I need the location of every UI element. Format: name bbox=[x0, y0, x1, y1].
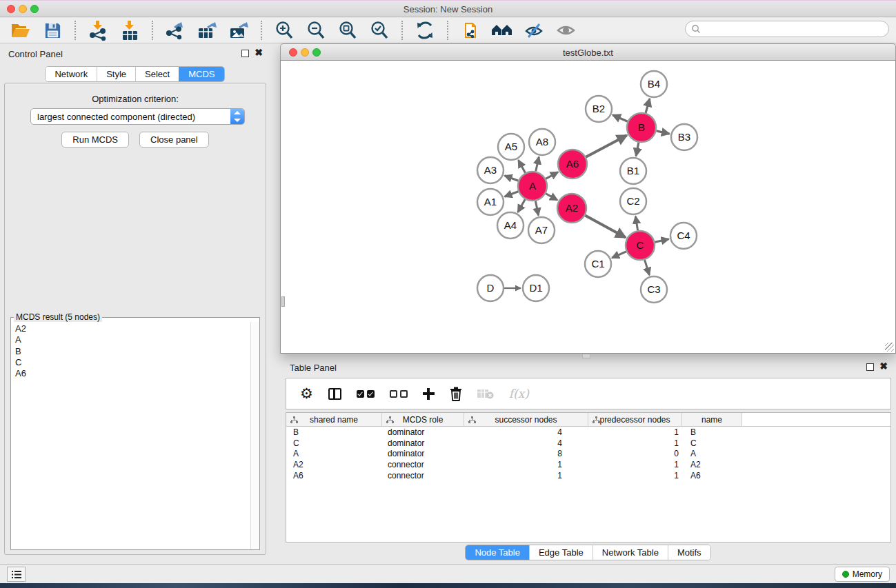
table-row[interactable]: Adominator80A bbox=[286, 448, 890, 459]
search-input[interactable] bbox=[701, 24, 888, 34]
node-A8[interactable]: A8 bbox=[529, 129, 555, 155]
node-B[interactable]: B bbox=[627, 113, 656, 142]
tab-motifs[interactable]: Motifs bbox=[668, 545, 710, 560]
edge-B-B4[interactable] bbox=[646, 99, 650, 113]
network-canvas[interactable]: B4B2BB3A8A5A6A3B1AA1C2A2A4A7C4CC1DD1C3 bbox=[280, 61, 896, 354]
node-A3[interactable]: A3 bbox=[477, 157, 504, 183]
edge-A-A2[interactable] bbox=[546, 194, 557, 200]
tab-style[interactable]: Style bbox=[97, 67, 135, 81]
node-B1[interactable]: B1 bbox=[620, 158, 646, 184]
table-cell: 1 bbox=[588, 438, 682, 449]
add-column-button[interactable] bbox=[423, 385, 435, 403]
window-resize-grip[interactable] bbox=[885, 343, 894, 352]
node-A5[interactable]: A5 bbox=[498, 134, 524, 160]
optimization-criterion-select[interactable]: largest connected component (directed) bbox=[30, 108, 245, 125]
edge-A6-B[interactable] bbox=[586, 135, 626, 156]
edge-C-C3[interactable] bbox=[645, 260, 650, 275]
edge-A-A7[interactable] bbox=[535, 201, 538, 216]
edge-A-A5[interactable] bbox=[519, 160, 526, 172]
run-mcds-button[interactable]: Run MCDS bbox=[61, 132, 129, 148]
node-C[interactable]: C bbox=[626, 231, 655, 260]
export-image-button[interactable] bbox=[226, 19, 251, 41]
column-header-MCDS-role[interactable]: MCDS role bbox=[382, 413, 464, 427]
edge-A-A6[interactable] bbox=[546, 172, 558, 179]
table-settings-button[interactable]: ⚙ bbox=[300, 385, 313, 403]
panel-splitter-handle[interactable] bbox=[582, 354, 590, 358]
tab-network-table[interactable]: Network Table bbox=[593, 545, 668, 560]
node-A6[interactable]: A6 bbox=[558, 150, 587, 179]
edge-B-B2[interactable] bbox=[613, 115, 628, 121]
node-C1[interactable]: C1 bbox=[585, 251, 611, 277]
node-D1[interactable]: D1 bbox=[523, 275, 549, 301]
edge-A2-C[interactable] bbox=[585, 216, 626, 238]
zoom-fit-button[interactable] bbox=[335, 19, 360, 41]
export-table-button[interactable] bbox=[195, 19, 219, 41]
tab-edge-table[interactable]: Edge Table bbox=[529, 545, 593, 560]
network-window-title: testGlobe.txt bbox=[281, 48, 895, 58]
select-all-button[interactable] bbox=[357, 385, 375, 403]
column-header-successor-nodes[interactable]: successor nodes bbox=[464, 413, 588, 427]
node-C4[interactable]: C4 bbox=[670, 223, 697, 249]
table-row[interactable]: Bdominator41B bbox=[286, 427, 890, 438]
edge-A-A1[interactable] bbox=[505, 192, 519, 196]
close-panel-button[interactable]: Close panel bbox=[139, 132, 209, 148]
node-C3[interactable]: C3 bbox=[641, 276, 667, 303]
import-table-button[interactable] bbox=[117, 19, 142, 41]
edge-A-A3[interactable] bbox=[505, 176, 519, 181]
save-session-button[interactable] bbox=[40, 19, 65, 41]
float-panel-icon[interactable] bbox=[241, 50, 249, 57]
show-columns-button[interactable] bbox=[328, 385, 341, 403]
edge-C-C1[interactable] bbox=[612, 252, 626, 258]
zoom-in-button[interactable] bbox=[272, 19, 297, 41]
show-all-button[interactable] bbox=[553, 19, 578, 41]
close-panel-icon[interactable]: ✖ bbox=[879, 361, 888, 372]
import-network-icon bbox=[88, 20, 108, 41]
result-scrollbar[interactable] bbox=[250, 322, 259, 549]
edge-C-C2[interactable] bbox=[635, 216, 637, 231]
node-A[interactable]: A bbox=[518, 172, 547, 201]
delete-column-button[interactable] bbox=[450, 385, 462, 403]
tab-mcds[interactable]: MCDS bbox=[179, 67, 223, 81]
import-network-button[interactable] bbox=[86, 19, 110, 41]
column-header-predecessor-nodes[interactable]: predecessor nodes bbox=[588, 413, 682, 427]
hide-selected-button[interactable] bbox=[521, 19, 546, 41]
node-A4[interactable]: A4 bbox=[497, 212, 524, 239]
float-panel-icon[interactable] bbox=[866, 363, 874, 371]
column-header-shared-name[interactable]: shared name bbox=[286, 413, 382, 427]
node-D[interactable]: D bbox=[477, 275, 504, 301]
node-B4[interactable]: B4 bbox=[641, 71, 667, 97]
edge-A-A4[interactable] bbox=[518, 199, 525, 212]
first-neighbors-button[interactable] bbox=[490, 19, 515, 41]
edge-B-B1[interactable] bbox=[636, 143, 639, 156]
edge-B-B3[interactable] bbox=[656, 131, 669, 134]
node-A2[interactable]: A2 bbox=[557, 194, 586, 223]
node-A7[interactable]: A7 bbox=[528, 217, 555, 243]
export-network-button[interactable] bbox=[163, 19, 188, 41]
network-window-titlebar[interactable]: testGlobe.txt bbox=[280, 43, 896, 61]
export-network-icon bbox=[165, 20, 186, 41]
memory-button[interactable]: Memory bbox=[835, 567, 890, 582]
node-B2[interactable]: B2 bbox=[586, 96, 612, 122]
unselect-all-button[interactable] bbox=[390, 385, 408, 403]
node-A1[interactable]: A1 bbox=[477, 189, 504, 215]
network-from-selection-button[interactable] bbox=[458, 19, 483, 41]
node-C2[interactable]: C2 bbox=[620, 188, 646, 214]
column-header-name[interactable]: name bbox=[682, 413, 742, 427]
canvas-vscroll-thumb[interactable] bbox=[281, 296, 285, 307]
zoom-selected-button[interactable] bbox=[367, 19, 392, 41]
edge-A-A8[interactable] bbox=[536, 156, 539, 171]
table-cell: dominator bbox=[382, 438, 464, 449]
table-row[interactable]: A2connector11A2 bbox=[286, 459, 890, 470]
table-row[interactable]: A6connector11A6 bbox=[286, 470, 890, 481]
task-history-button[interactable] bbox=[7, 567, 26, 582]
tab-network[interactable]: Network bbox=[46, 67, 97, 81]
refresh-view-button[interactable] bbox=[412, 19, 437, 41]
zoom-out-button[interactable] bbox=[303, 19, 328, 41]
edge-C-C4[interactable] bbox=[655, 239, 668, 242]
close-panel-icon[interactable]: ✖ bbox=[255, 48, 263, 58]
open-session-button[interactable] bbox=[8, 19, 33, 41]
table-row[interactable]: Cdominator41C bbox=[286, 438, 890, 449]
node-B3[interactable]: B3 bbox=[671, 124, 697, 150]
tab-node-table[interactable]: Node Table bbox=[466, 545, 529, 560]
tab-select[interactable]: Select bbox=[135, 67, 179, 81]
